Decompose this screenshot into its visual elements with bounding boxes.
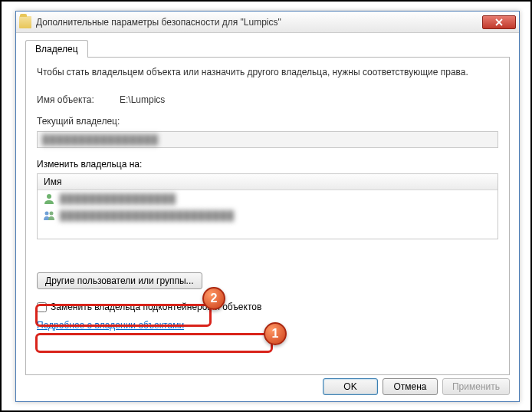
change-owner-label: Изменить владельца на:	[37, 159, 498, 170]
intro-text: Чтобы стать владельцем объекта или назна…	[37, 67, 498, 77]
current-owner-row: Текущий владелец:	[37, 116, 498, 127]
list-item[interactable]: ████████████████████████	[38, 207, 498, 224]
list-item-label: ████████████████	[60, 193, 176, 204]
users-icon	[42, 209, 56, 222]
window-title: Дополнительные параметры безопасности дл…	[36, 17, 482, 28]
current-owner-value: ████████████████	[42, 134, 159, 145]
tab-owner[interactable]: Владелец	[25, 40, 88, 58]
svg-point-3	[45, 212, 49, 216]
list-item-label: ████████████████████████	[60, 210, 235, 221]
object-name-value: E:\Lumpics	[120, 94, 165, 105]
list-item[interactable]: ████████████████	[38, 190, 498, 207]
other-users-button[interactable]: Другие пользователи или группы...	[37, 272, 202, 289]
apply-button[interactable]: Применить	[442, 378, 510, 395]
svg-point-4	[50, 212, 54, 216]
dialog-footer: OK Отмена Применить	[323, 378, 510, 395]
object-name-label: Имя объекта:	[37, 94, 120, 105]
svg-point-2	[47, 194, 51, 199]
ok-button[interactable]: OK	[323, 378, 378, 395]
current-owner-label: Текущий владелец:	[37, 116, 120, 127]
user-icon	[42, 192, 56, 206]
list-header-name[interactable]: Имя	[38, 174, 498, 190]
folder-icon	[19, 16, 31, 28]
cancel-button[interactable]: Отмена	[383, 378, 438, 395]
annotation-badge-1: 1	[264, 322, 287, 345]
tab-bar: Владелец	[25, 39, 510, 58]
titlebar: Дополнительные параметры безопасности дл…	[16, 12, 519, 33]
close-icon	[495, 18, 503, 26]
owner-listbox[interactable]: Имя ████████████████ ███████████████████…	[37, 173, 498, 239]
annotation-badge-2: 2	[202, 287, 225, 310]
annotation-highlight-2	[35, 304, 212, 327]
current-owner-box: ████████████████	[37, 131, 498, 148]
annotation-highlight-1	[35, 333, 273, 353]
close-button[interactable]	[482, 15, 516, 29]
object-name-row: Имя объекта: E:\Lumpics	[37, 94, 498, 105]
